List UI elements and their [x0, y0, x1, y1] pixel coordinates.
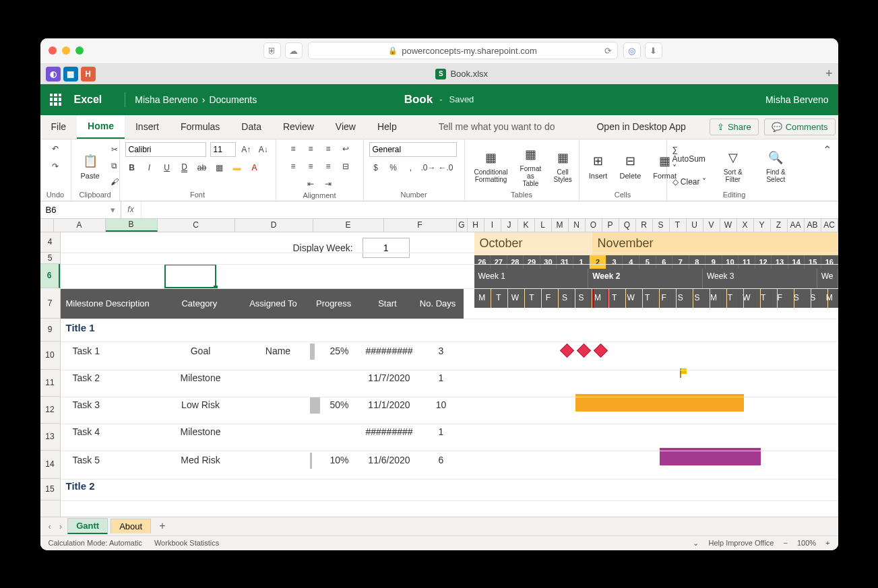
task-cell[interactable]: Med Risk [160, 455, 241, 465]
strike-button[interactable]: ab [195, 161, 209, 174]
browser-tab-active[interactable]: S Book.xlsx [98, 69, 825, 79]
fill-color-button[interactable]: ▬ [230, 161, 244, 174]
task-cell[interactable]: 1 [425, 372, 458, 383]
sheet-tab-about[interactable]: About [111, 519, 151, 533]
col-header-F[interactable]: F [384, 219, 457, 232]
select-all-corner[interactable] [40, 219, 54, 232]
formula-input[interactable] [142, 201, 838, 218]
tab-data[interactable]: Data [230, 115, 272, 139]
pinned-tab-3[interactable]: H [81, 67, 96, 81]
col-header-M[interactable]: M [552, 219, 569, 232]
breadcrumb-owner[interactable]: Misha Berveno [135, 94, 197, 105]
increase-decimal-icon[interactable]: .0→ [422, 161, 435, 174]
shield-icon[interactable]: ⛨ [263, 42, 281, 59]
address-bar[interactable]: 🔒 powerconcepts-my.sharepoint.com ⟳ [308, 42, 618, 59]
row-header-6[interactable]: 6 [40, 264, 60, 288]
font-name-select[interactable] [125, 142, 206, 157]
sheet-nav-prev[interactable]: ‹ [46, 521, 54, 531]
col-header-T[interactable]: T [670, 219, 687, 232]
add-sheet-button[interactable]: + [154, 520, 170, 532]
user-name[interactable]: Misha Berveno [765, 94, 828, 105]
row-header-15[interactable]: 15 [40, 479, 60, 500]
cell-styles-button[interactable]: ▦Cell Styles [549, 147, 576, 185]
share-button[interactable]: ⇪Share [710, 119, 759, 135]
delete-cells-button[interactable]: ⊟Delete [616, 150, 646, 181]
task-cell[interactable]: 10% [322, 455, 349, 465]
decrease-indent-icon[interactable]: ⇤ [304, 177, 317, 191]
pinned-tab-2[interactable]: ▦ [63, 67, 78, 81]
name-box[interactable]: B6▾ [40, 201, 121, 218]
zoom-in-button[interactable]: + [825, 539, 829, 547]
task-cell[interactable]: 11/1/2020 [356, 399, 423, 410]
row-header-12[interactable]: 12 [40, 397, 60, 424]
task-cell[interactable]: Name [241, 346, 315, 356]
find-select-button[interactable]: 🔍Find & Select [755, 147, 796, 185]
task-cell[interactable]: 50% [322, 399, 349, 410]
font-size-select[interactable] [210, 142, 236, 157]
task-cell[interactable]: Task 4 [73, 426, 160, 437]
merge-icon[interactable]: ⊟ [339, 160, 352, 173]
col-header-B[interactable]: B [106, 219, 158, 232]
col-header-E[interactable]: E [313, 219, 384, 232]
help-improve[interactable]: Help Improve Office [708, 539, 774, 547]
decrease-decimal-icon[interactable]: ←.0 [439, 161, 453, 174]
border-button[interactable]: ▦ [213, 161, 226, 174]
double-underline-button[interactable]: D [178, 161, 191, 174]
col-header-I[interactable]: I [484, 219, 501, 232]
close-window-button[interactable] [49, 46, 57, 55]
col-header-U[interactable]: U [687, 219, 703, 232]
align-bottom-icon[interactable]: ≡ [321, 142, 335, 156]
tab-insert[interactable]: Insert [125, 115, 170, 139]
task-cell[interactable]: Task 2 [73, 372, 160, 383]
cloud-icon[interactable]: ☁ [285, 42, 303, 59]
task-cell[interactable]: Milestone [160, 372, 241, 383]
col-header-Q[interactable]: Q [619, 219, 636, 232]
col-header-R[interactable]: R [636, 219, 653, 232]
sort-filter-button[interactable]: ▽Sort & Filter [714, 147, 751, 185]
task-cell[interactable]: Goal [160, 346, 241, 356]
col-header-N[interactable]: N [569, 219, 586, 232]
zoom-window-button[interactable] [75, 46, 84, 55]
app-launcher-icon[interactable] [50, 94, 62, 106]
sheet-nav-next[interactable]: › [57, 521, 65, 531]
task-cell[interactable]: ######### [356, 346, 423, 356]
italic-button[interactable]: I [143, 161, 156, 174]
task-cell[interactable]: 6 [425, 455, 458, 465]
increase-indent-icon[interactable]: ⇥ [321, 177, 335, 191]
col-header-X[interactable]: X [737, 219, 754, 232]
col-header-AB[interactable]: AB [805, 219, 821, 232]
new-tab-button[interactable]: + [825, 67, 833, 81]
task-cell[interactable]: 11/7/2020 [356, 372, 423, 383]
redo-icon[interactable]: ↷ [49, 160, 62, 173]
task-cell[interactable]: Milestone [160, 426, 241, 437]
col-header-S[interactable]: S [653, 219, 670, 232]
row-header-5[interactable]: 5 [40, 253, 60, 264]
insert-cells-button[interactable]: ⊞Insert [585, 150, 612, 181]
row-header-7[interactable]: 7 [40, 288, 60, 319]
col-header-Z[interactable]: Z [771, 219, 788, 232]
minimize-window-button[interactable] [62, 46, 70, 55]
align-left-icon[interactable]: ≡ [286, 160, 300, 173]
task-cell[interactable]: 11/6/2020 [356, 455, 423, 465]
extension-icon-1[interactable]: ◎ [623, 42, 641, 59]
conditional-formatting-button[interactable]: ▦Conditional Formatting [470, 147, 512, 185]
clear-button[interactable]: ◇ Clear ˅ [672, 177, 706, 187]
align-right-icon[interactable]: ≡ [321, 160, 335, 173]
tab-formulas[interactable]: Formulas [170, 115, 230, 139]
col-header-A[interactable]: A [54, 219, 106, 232]
col-header-AC[interactable]: AC [821, 219, 838, 232]
row-header-13[interactable]: 13 [40, 424, 60, 451]
col-header-D[interactable]: D [235, 219, 313, 232]
number-format-select[interactable] [369, 142, 457, 157]
tab-help[interactable]: Help [367, 115, 408, 139]
task-cell[interactable]: 10 [425, 399, 458, 410]
tab-review[interactable]: Review [272, 115, 325, 139]
task-cell[interactable]: Task 1 [73, 346, 160, 356]
zoom-out-button[interactable]: − [783, 539, 787, 547]
align-center-icon[interactable]: ≡ [304, 160, 317, 173]
align-top-icon[interactable]: ≡ [286, 142, 300, 156]
task-cell[interactable]: Task 3 [73, 399, 160, 410]
col-header-J[interactable]: J [501, 219, 518, 232]
comments-button[interactable]: 💬Comments [764, 119, 836, 135]
display-week-input[interactable] [363, 238, 410, 258]
